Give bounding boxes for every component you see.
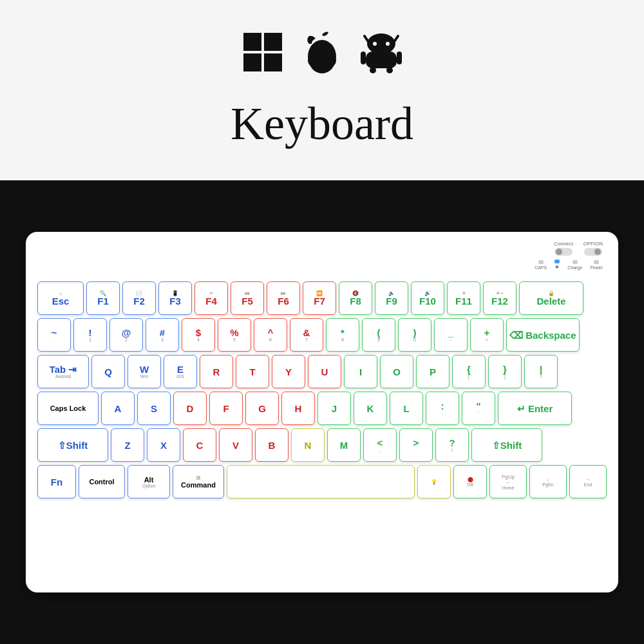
key-semicolon[interactable]: : ; — [426, 392, 459, 425]
key-delete[interactable]: 🔒 Delete — [519, 281, 583, 315]
key-c[interactable]: C — [183, 428, 216, 462]
key-j[interactable]: J — [317, 392, 351, 425]
key-v[interactable]: V — [219, 428, 252, 462]
key-e[interactable]: E iOS — [164, 355, 197, 388]
key-f6[interactable]: ⏭ F6 — [267, 281, 300, 315]
key-q[interactable]: Q — [91, 355, 125, 388]
key-l[interactable]: L — [390, 392, 423, 425]
key-0[interactable]: ) 0 — [398, 318, 431, 352]
key-f3[interactable]: 📱 F3 — [158, 281, 192, 315]
svg-rect-7 — [366, 52, 397, 68]
key-equals[interactable]: + = — [470, 318, 504, 352]
key-backlight[interactable]: 💡 — [417, 465, 451, 498]
key-tilde[interactable]: ~ ` — [37, 318, 71, 352]
key-8[interactable]: * 8 — [326, 318, 359, 352]
key-n[interactable]: N — [291, 428, 325, 462]
key-6[interactable]: ^ 6 — [254, 318, 287, 352]
key-b[interactable]: B — [255, 428, 289, 462]
connect-toggle[interactable] — [554, 248, 573, 256]
apple-icon — [303, 30, 341, 84]
bottom-key-row: Fn Control Alt Option ⌘ Command 💡 — [37, 465, 607, 498]
key-space[interactable] — [227, 465, 415, 498]
key-s[interactable]: S — [137, 392, 171, 425]
svg-rect-3 — [264, 53, 282, 71]
key-f11[interactable]: ✳ F11 — [447, 281, 480, 315]
key-i[interactable]: I — [344, 355, 377, 388]
key-f10[interactable]: 🔊 F10 — [411, 281, 444, 315]
key-f1[interactable]: 🔍 F1 — [86, 281, 120, 315]
key-shift-left[interactable]: ⇧Shift — [37, 428, 108, 462]
power-indicator: Power — [590, 260, 603, 270]
key-h[interactable]: H — [281, 392, 315, 425]
key-d[interactable]: D — [173, 392, 207, 425]
key-f2[interactable]: 📄 F2 — [122, 281, 156, 315]
key-rgb[interactable]: ⬤ GB — [453, 465, 487, 498]
indicators-row: CAPS ✱ Charge Power — [535, 260, 603, 270]
key-bracket-r[interactable]: } ] — [488, 355, 522, 388]
svg-point-11 — [386, 42, 390, 46]
key-g[interactable]: G — [245, 392, 279, 425]
svg-rect-5 — [308, 54, 336, 67]
key-alt-option[interactable]: Alt Option — [128, 465, 170, 498]
key-2[interactable]: @ 2 — [109, 318, 143, 352]
onoff-switch-group: OFF/ON — [583, 241, 603, 256]
caps-dot — [538, 260, 544, 264]
key-pgdn[interactable]: ↓ PgDn — [529, 465, 567, 498]
key-y[interactable]: Y — [272, 355, 305, 388]
key-k[interactable]: K — [354, 392, 387, 425]
key-slash[interactable]: ? / — [435, 428, 469, 462]
onoff-label: OFF/ON — [583, 241, 603, 247]
onoff-toggle[interactable] — [584, 248, 602, 256]
key-f12[interactable]: ✳+ F12 — [483, 281, 516, 315]
key-fn[interactable]: Fn — [37, 465, 76, 498]
key-comma[interactable]: < , — [363, 428, 397, 462]
key-o[interactable]: O — [380, 355, 413, 388]
svg-rect-0 — [243, 33, 261, 51]
key-f9[interactable]: 🔉 F9 — [375, 281, 408, 315]
power-label: Power — [590, 265, 603, 270]
key-a[interactable]: A — [101, 392, 135, 425]
svg-rect-15 — [397, 52, 402, 64]
key-f[interactable]: F — [209, 392, 243, 425]
keys-area: ⌂ Esc 🔍 F1 📄 F2 📱 F3 ✂ F4 — [37, 281, 607, 498]
asdf-key-row: Caps Lock A S D F G H — [37, 392, 607, 425]
key-u[interactable]: U — [308, 355, 341, 388]
number-key-row: ~ ` ! 1 @ 2 # 3 $ 4 — [37, 318, 607, 352]
key-shift-right[interactable]: ⇧Shift — [471, 428, 542, 462]
key-f7[interactable]: ⏩ F7 — [303, 281, 336, 315]
key-backspace[interactable]: ⌫ Backspace — [506, 318, 580, 352]
key-f4[interactable]: ✂ F4 — [194, 281, 228, 315]
key-tab[interactable]: Tab ⇥ Android — [37, 355, 89, 388]
key-bracket-l[interactable]: { [ — [452, 355, 486, 388]
key-esc[interactable]: ⌂ Esc — [37, 281, 84, 315]
key-r[interactable]: R — [200, 355, 233, 388]
caps-indicator: CAPS — [535, 260, 547, 270]
key-control[interactable]: Control — [79, 465, 125, 498]
power-dot — [594, 260, 599, 264]
key-f8[interactable]: 🔇 F8 — [339, 281, 372, 315]
key-quote[interactable]: " ' — [462, 392, 495, 425]
key-home[interactable]: PgUp ← Home — [489, 465, 527, 498]
key-4[interactable]: $ 4 — [182, 318, 215, 352]
key-9[interactable]: ( 9 — [362, 318, 395, 352]
key-backslash[interactable]: | \ — [524, 355, 558, 388]
key-p[interactable]: P — [416, 355, 450, 388]
key-3[interactable]: # 3 — [146, 318, 179, 352]
key-w[interactable]: W Win — [128, 355, 161, 388]
fn-key-row: ⌂ Esc 🔍 F1 📄 F2 📱 F3 ✂ F4 — [37, 281, 607, 315]
key-1[interactable]: ! 1 — [73, 318, 107, 352]
key-7[interactable]: & 7 — [290, 318, 323, 352]
key-minus[interactable]: _ - — [434, 318, 468, 352]
key-z[interactable]: Z — [111, 428, 144, 462]
key-5[interactable]: % 5 — [218, 318, 251, 352]
key-t[interactable]: T — [236, 355, 269, 388]
key-enter[interactable]: ↵ Enter — [498, 392, 572, 425]
key-capslock[interactable]: Caps Lock — [37, 392, 99, 425]
key-m[interactable]: M — [327, 428, 361, 462]
connect-knob — [556, 249, 562, 255]
key-period[interactable]: > . — [399, 428, 433, 462]
key-command[interactable]: ⌘ Command — [173, 465, 224, 498]
key-end[interactable]: → End — [569, 465, 607, 498]
key-f5[interactable]: ⏮ F5 — [231, 281, 264, 315]
key-x[interactable]: X — [147, 428, 180, 462]
